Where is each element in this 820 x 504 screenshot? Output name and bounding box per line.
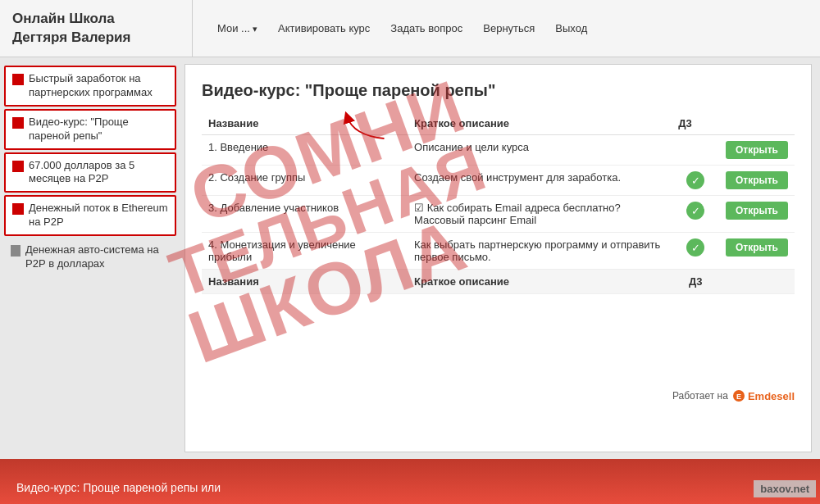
sidebar-icon-fast-earnings	[12, 74, 24, 85]
sidebar-label-fast-earnings: Быстрый заработок на партнерских програм…	[29, 72, 168, 100]
table-row: 3. Добавление участников ☑ Как собирать …	[202, 196, 795, 233]
logo-line2: Дегтяря Валерия	[12, 29, 130, 47]
col-header-action	[719, 112, 795, 135]
table-row: 4. Монетизация и увеличение прибыли Как …	[202, 233, 795, 270]
table-row: 2. Создание группы Создаем свой инструме…	[202, 166, 795, 196]
table-footer-row: Названия Краткое описание Д3	[202, 270, 795, 294]
row3-action: Открыть	[719, 196, 795, 233]
emdesell-brand: Emdesell	[748, 390, 795, 402]
nav-exit-button[interactable]: Выход	[547, 17, 595, 39]
row2-dz: ✓	[672, 166, 719, 196]
main-layout: Быстрый заработок на партнерских програм…	[0, 57, 820, 459]
open-btn-row3[interactable]: Открыть	[726, 202, 788, 220]
open-btn-row4[interactable]: Открыть	[726, 238, 788, 257]
nav-ask-button[interactable]: Задать вопрос	[382, 17, 471, 39]
table-row: 1. Введение Описание и цели курса Открыт…	[202, 135, 795, 166]
sidebar-icon-67k	[12, 161, 24, 172]
emdesell-icon: E	[732, 389, 745, 402]
row3-name: 3. Добавление участников	[202, 196, 408, 233]
sidebar-item-67k[interactable]: 67.000 долларов за 5 месяцев на Р2Р	[4, 152, 176, 193]
svg-text:E: E	[736, 393, 741, 401]
sidebar-label-money-flow: Денежный поток в Ethereum на Р2Р	[29, 202, 168, 229]
row3-dz: ✓	[672, 196, 719, 233]
row1-desc: Описание и цели курса	[408, 135, 672, 166]
sidebar-label-video-course: Видео-курс: "Проще пареной репы"	[29, 116, 168, 143]
logo-line1: Онлайн Школа	[12, 10, 130, 28]
row1-dz	[672, 135, 719, 166]
footer-col-desc: Краткое описание	[408, 270, 672, 294]
col-header-name: Название	[202, 112, 408, 135]
footer-col-action	[719, 270, 795, 294]
check-icon-row4: ✓	[686, 238, 704, 257]
footer-col-name: Названия	[202, 270, 408, 294]
footer-col-dz: Д3	[672, 270, 719, 294]
row1-action: Открыть	[719, 135, 795, 166]
baxov-badge: baxov.net	[754, 480, 816, 497]
sidebar-item-fast-earnings[interactable]: Быстрый заработок на партнерских програм…	[4, 66, 176, 107]
check-icon-row3: ✓	[686, 202, 704, 220]
row4-name: 4. Монетизация и увеличение прибыли	[202, 233, 408, 270]
footer-bar: Видео-курс: Проще пареной репы или baxov…	[0, 459, 820, 504]
sidebar-item-auto-system[interactable]: Денежная авто-система на Р2Р в долларах	[4, 238, 176, 276]
nav-activate-button[interactable]: Активировать курс	[270, 17, 378, 39]
row4-action: Открыть	[719, 233, 795, 270]
sidebar: Быстрый заработок на партнерских програм…	[0, 57, 180, 459]
sidebar-item-video-course[interactable]: Видео-курс: "Проще пареной репы"	[4, 109, 176, 150]
sidebar-label-auto-system: Денежная авто-система на Р2Р в долларах	[25, 243, 170, 271]
row1-name: 1. Введение	[202, 135, 408, 166]
row2-desc: Создаем свой инструмент для заработка.	[408, 166, 672, 196]
nav-moi-button[interactable]: Мои ...	[209, 17, 266, 39]
sidebar-icon-money-flow	[12, 203, 24, 215]
open-btn-row1[interactable]: Открыть	[726, 141, 788, 159]
col-header-desc: Краткое описание	[408, 112, 672, 135]
row4-desc: Как выбрать партнерскую программу и отпр…	[408, 233, 672, 270]
sidebar-icon-auto-system	[11, 245, 20, 257]
sidebar-label-67k: 67.000 долларов за 5 месяцев на Р2Р	[29, 159, 168, 187]
content-area: Видео-курс: "Проще пареной репы" Названи…	[184, 64, 812, 452]
logo: Онлайн Школа Дегтяря Валерия	[12, 0, 193, 57]
sidebar-item-money-flow[interactable]: Денежный поток в Ethereum на Р2Р	[4, 195, 176, 236]
row3-desc: ☑ Как собирать Email адреса бесплатно? М…	[408, 196, 672, 233]
row2-action: Открыть	[719, 166, 795, 196]
check-icon-row2: ✓	[686, 171, 704, 189]
content-title: Видео-курс: "Проще пареной репы"	[202, 81, 795, 100]
emdesell-badge: Работает на E Emdesell	[672, 389, 795, 402]
footer-course-text: Видео-курс: Проще пареной репы или	[16, 481, 221, 494]
nav-back-button[interactable]: Вернуться	[475, 17, 543, 39]
emdesell-prefix: Работает на	[672, 390, 728, 402]
open-btn-row2[interactable]: Открыть	[726, 171, 788, 189]
course-table: Название Краткое описание Д3 1. Введение…	[202, 112, 795, 294]
row4-dz: ✓	[672, 233, 719, 270]
nav-area: Мои ... Активировать курс Задать вопрос …	[193, 17, 808, 39]
col-header-dz: Д3	[672, 112, 719, 135]
row2-name: 2. Создание группы	[202, 166, 408, 196]
sidebar-icon-video-course	[12, 117, 24, 129]
header: Онлайн Школа Дегтяря Валерия Мои ... Акт…	[0, 0, 820, 57]
